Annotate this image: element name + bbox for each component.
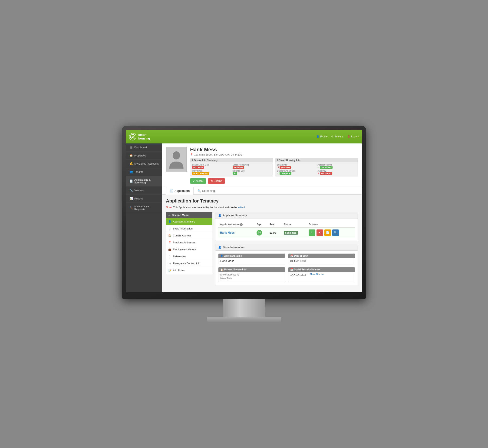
background-status-icon: ✓ [277,172,279,175]
sidebar-label-money: My Money / Accounts [134,162,159,165]
accept-button[interactable]: ✓ Accept [190,178,206,184]
dob-group-label: 📅 Date of Birth [288,254,355,258]
approve-action-btn[interactable]: ✓ [309,230,315,236]
profile-info: Hank Mess 📍 123 Main Street, Salt Lake C… [190,147,358,184]
doc-action-btn[interactable]: 📄 [324,230,331,236]
ssn-separator: - [307,273,308,276]
applicant-name-group-label: 👤 Applicant Name [219,254,285,258]
section-menu-item-add-notes[interactable]: 📝 Add Notes [166,267,213,274]
profile-link[interactable]: 👤 Profile [316,135,327,138]
app-info-field: Application Info ✓ Submitted [317,164,356,169]
monitor-stand-neck [223,299,265,317]
table-header-row: Applicant Name i Age Fee Status Actions [218,222,355,227]
applicant-summary-card-body: Applicant Name i Age Fee Status Actions [215,219,358,241]
applicant-name-label-icon: 👤 [220,255,223,257]
basic-info-card: 👤 Basic Information 👤 [215,244,358,285]
tenant-info-panel: ℹ Tenant Info Summary Lease Expire Date … [190,158,273,176]
applicant-summary-label: Applicant Summary [173,220,195,223]
section-menu-item-references[interactable]: ℹ References [166,253,213,260]
drivers-license-label: 📋 Drivers License Info [219,267,285,272]
sidebar-item-maintenance[interactable]: 🔨 Maintenance Requests [126,203,162,213]
ssn-body: XXX-XX-1111 - Show Number [288,272,355,277]
info-panels: ℹ Tenant Info Summary Lease Expire Date … [190,158,358,176]
sidebar-item-tenants[interactable]: 👥 Tenants [126,168,162,176]
col-actions: Actions [307,222,355,227]
monitor-wrapper: smart housing 👤 Profile ⚙ Settings 🚪 Log… [122,126,366,322]
ssn-group: 📅 Social Security Number XXX-XX-1111 - [288,267,355,282]
smart-icon: ℹ [277,159,278,162]
applicant-name-group: 👤 Applicant Name Hank Mess [218,253,285,264]
drivers-license-group: 📋 Drivers License Info Drivers License #… [218,267,285,282]
logo-area: smart housing [129,133,150,140]
basic-info-icon: ℹ [168,227,172,230]
applicant-age-cell: 34 [255,227,268,238]
references-label: References [173,255,186,258]
tab-application[interactable]: 📄 Application [166,187,194,195]
avatar [166,147,187,172]
ssn-show-link[interactable]: Show Number [310,273,324,276]
money-icon: 💰 [129,162,133,165]
ssn-label: 📅 Social Security Number [288,267,355,272]
autopay-field: Auto Pay ✗ Not Setup [317,170,356,175]
age-badge: 34 [257,230,262,235]
dob-group: 📅 Date of Birth 01-Oct-1980 [288,253,355,264]
section-menu-item-previous-addresses[interactable]: 📍 Previous Addresses [166,239,213,246]
app-content: Application for Tenancy Note: This Appli… [162,195,362,292]
lease-info-field: Lease Info ✗ No Lease [277,164,316,169]
decline-button[interactable]: ✕ Decline [208,178,225,184]
dob-label-icon: 📅 [290,255,293,257]
app-info-status-icon: ✓ [317,166,319,168]
vendors-icon: 🔧 [129,189,133,192]
search-action-btn[interactable]: 🔍 [332,230,339,236]
dl-label-icon: 📋 [220,268,223,271]
applicant-name-link[interactable]: Hank Mess [220,231,235,234]
dl-number-row: Drivers License #: [220,273,283,276]
sidebar-label-dashboard: Dashboard [134,146,147,149]
note-edit-link[interactable]: edited [238,206,245,209]
lease-info-status-icon: ✗ [277,166,279,168]
employment-icon: 💼 [168,248,172,251]
sidebar-item-applications[interactable]: 📄 Applications & Screening [126,176,162,186]
basic-info-label: Basic Information [173,227,193,230]
basic-info-grid: 👤 Applicant Name Hank Mess [218,253,355,282]
sidebar-item-reports[interactable]: 📊 Reports [126,195,162,203]
section-menu-item-current-address[interactable]: 🏠 Current Address [166,232,213,239]
sidebar-item-money-accounts[interactable]: 💰 My Money / Accounts [126,160,162,168]
applicant-actions-cell: ✓ ✕ 📄 🔍 [307,227,355,238]
monitor-bezel: smart housing 👤 Profile ⚙ Settings 🚪 Log… [122,126,366,299]
section-menu-item-emergency[interactable]: ⚠ Emergency Contact Info [166,260,213,267]
table-row: Hank Mess 34 $0.00 [218,227,355,238]
emergency-icon: ⚠ [168,262,172,265]
app-info-badge: Submitted [320,166,332,169]
section-menu-item-basic-info[interactable]: ℹ Basic Information [166,225,213,232]
current-address-icon: 🏠 [168,234,172,237]
basic-info-card-title: 👤 Basic Information [215,244,358,251]
section-menu-item-applicant-summary[interactable]: 👤 Applicant Summary [166,218,213,225]
tenants-icon: 👥 [129,170,133,173]
reject-action-btn[interactable]: ✕ [316,230,323,236]
lease-remaining-badge: No Lease [233,166,244,169]
tab-screening[interactable]: 🔍 Screening [194,187,219,195]
dashboard-icon: ▦ [129,146,133,149]
lease-info-badge: No Lease [280,166,291,169]
sidebar-item-dashboard[interactable]: ▦ Dashboard [126,144,162,152]
applicant-name-cell: Hank Mess [218,227,255,238]
lease-expire-field: Lease Expire Date No Lease [192,164,231,169]
sidebar-label-vendors: Vendors [134,189,144,192]
col-status: Status [282,222,307,227]
section-menu: ☰ Section Menu 👤 Applicant Summary ℹ Bas… [166,212,213,288]
applicant-table: Applicant Name i Age Fee Status Actions [218,222,355,238]
sidebar: ▦ Dashboard 🏠 Properties 💰 My Money / Ac… [126,144,162,292]
logout-link[interactable]: 🚪 Logout [347,135,359,138]
sidebar-item-vendors[interactable]: 🔧 Vendors [126,186,162,195]
page-title: Application for Tenancy [166,198,358,204]
sidebar-item-properties[interactable]: 🏠 Properties [126,152,162,160]
ssn-area: XXX-XX-1111 - Show Number [290,273,353,276]
section-menu-item-employment[interactable]: 💼 Employment History [166,246,213,253]
smart-housing-grid: Lease Info ✗ No Lease Application Info ✓… [277,164,356,175]
logo-text: smart housing [138,133,150,140]
lease-remaining-field: Lease Remaining No Lease [233,164,271,169]
settings-link[interactable]: ⚙ Settings [331,135,343,138]
emergency-label: Emergency Contact Info [173,262,200,265]
dl-state-row: Issue State: [220,277,283,280]
